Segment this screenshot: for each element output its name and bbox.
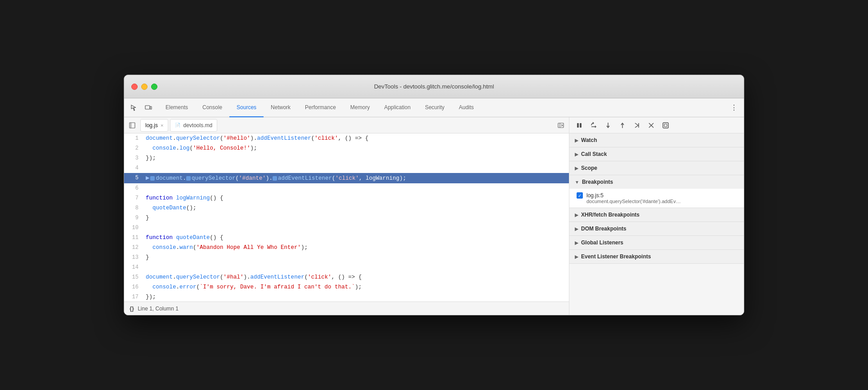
- code-line-3: 3 });: [124, 153, 569, 163]
- watch-section: ▶ Watch: [569, 133, 744, 147]
- left-panel: log.js × 📄 devtools.md: [124, 117, 569, 315]
- breakpoints-section: ▼ Breakpoints log.js:5 document.querySel…: [569, 175, 744, 208]
- tab-application[interactable]: Application: [377, 98, 418, 117]
- xhr-fetch-section: ▶ XHR/fetch Breakpoints: [569, 208, 744, 222]
- minimize-button[interactable]: [141, 84, 148, 90]
- call-stack-section: ▶ Call Stack: [569, 147, 744, 161]
- code-line-17: 17 });: [124, 292, 569, 301]
- global-listeners-section-header[interactable]: ▶ Global Listeners: [569, 236, 744, 249]
- continue-button[interactable]: [631, 119, 643, 132]
- traffic-lights: [131, 84, 157, 90]
- code-line-9: 9 }: [124, 213, 569, 223]
- tab-elements[interactable]: Elements: [158, 98, 195, 117]
- debug-toolbar: [569, 117, 744, 133]
- scope-section-header[interactable]: ▶ Scope: [569, 161, 744, 175]
- pretty-print-icon[interactable]: {}: [130, 305, 134, 312]
- dom-breakpoints-section-header[interactable]: ▶ DOM Breakpoints: [569, 222, 744, 235]
- tab-console[interactable]: Console: [195, 98, 229, 117]
- tab-performance[interactable]: Performance: [298, 98, 343, 117]
- file-tab-log-js[interactable]: log.js ×: [140, 119, 168, 132]
- right-panel: ▶ Watch ▶ Call Stack ▶ Scope: [569, 117, 744, 315]
- svg-rect-2: [130, 123, 135, 128]
- code-line-2: 2 console.log('Hello, Console!');: [124, 143, 569, 153]
- sidebar-toggle-icon[interactable]: [126, 119, 139, 132]
- svg-rect-0: [145, 106, 150, 109]
- titlebar: DevTools - devtools.glitch.me/console/lo…: [124, 75, 744, 98]
- event-listener-breakpoints-section: ▶ Event Listener Breakpoints: [569, 250, 744, 264]
- svg-rect-6: [577, 123, 579, 128]
- device-toolbar-icon[interactable]: [142, 102, 155, 114]
- pause-on-exceptions-button[interactable]: [659, 119, 672, 132]
- tab-network[interactable]: Network: [264, 98, 298, 117]
- svg-rect-15: [664, 124, 667, 127]
- tab-memory[interactable]: Memory: [343, 98, 377, 117]
- more-options-icon[interactable]: ⋮: [728, 102, 740, 114]
- status-bar: {} Line 1, Column 1: [124, 301, 569, 315]
- tab-security[interactable]: Security: [418, 98, 452, 117]
- step-out-button[interactable]: [616, 119, 629, 132]
- code-line-4: 4: [124, 163, 569, 173]
- code-line-10: 10: [124, 223, 569, 233]
- step-over-button[interactable]: [587, 119, 600, 132]
- code-line-16: 16 console.error(`I'm sorry, Dave. I'm a…: [124, 282, 569, 292]
- code-line-15: 15 document.querySelector('#hal').addEve…: [124, 272, 569, 282]
- file-tabs: log.js × 📄 devtools.md: [124, 117, 569, 133]
- code-line-12: 12 console.warn('Abandon Hope All Ye Who…: [124, 243, 569, 253]
- window-title: DevTools - devtools.glitch.me/console/lo…: [131, 83, 737, 90]
- code-line-8: 8 quoteDante();: [124, 203, 569, 213]
- tab-audits[interactable]: Audits: [452, 98, 481, 117]
- deactivate-breakpoints-button[interactable]: [645, 119, 658, 132]
- global-listeners-chevron: ▶: [575, 240, 578, 245]
- cursor-position: Line 1, Column 1: [138, 306, 179, 312]
- file-tab-name-md: devtools.md: [183, 122, 212, 129]
- code-line-1: 1 document.querySelector('#hello').addEv…: [124, 133, 569, 143]
- breakpoint-item-1: log.js:5 document.querySelector('#dante'…: [569, 191, 744, 206]
- code-line-11: 11 function quoteDante() {: [124, 233, 569, 243]
- step-into-button[interactable]: [602, 119, 614, 132]
- code-line-13: 13 }: [124, 253, 569, 262]
- dom-breakpoints-label: DOM Breakpoints: [581, 226, 626, 232]
- code-line-6: 6: [124, 183, 569, 193]
- preview-icon[interactable]: [555, 119, 567, 132]
- file-tab-name: log.js: [145, 122, 158, 129]
- xhr-fetch-section-header[interactable]: ▶ XHR/fetch Breakpoints: [569, 208, 744, 222]
- watch-label: Watch: [581, 137, 597, 143]
- breakpoint-checkbox[interactable]: [577, 192, 583, 199]
- call-stack-section-header[interactable]: ▶ Call Stack: [569, 147, 744, 161]
- scope-section: ▶ Scope: [569, 161, 744, 175]
- breakpoint-code: document.querySelector('#dante').addEv…: [577, 199, 737, 204]
- event-listener-breakpoints-chevron: ▶: [575, 254, 578, 259]
- code-line-5: 5 ▶document.querySelector('#dante').addE…: [124, 173, 569, 183]
- global-listeners-section: ▶ Global Listeners: [569, 236, 744, 250]
- inspect-element-icon[interactable]: [128, 102, 140, 114]
- pause-resume-button[interactable]: [573, 119, 586, 132]
- xhr-fetch-label: XHR/fetch Breakpoints: [581, 212, 640, 218]
- breakpoints-label: Breakpoints: [582, 179, 613, 185]
- tab-bar: Elements Console Sources Network Perform…: [124, 98, 744, 117]
- global-listeners-label: Global Listeners: [581, 239, 623, 246]
- tabbar-icons: [128, 102, 155, 114]
- breakpoints-section-header[interactable]: ▼ Breakpoints: [569, 175, 744, 189]
- devtools-window: DevTools - devtools.glitch.me/console/lo…: [124, 75, 744, 315]
- right-sections: ▶ Watch ▶ Call Stack ▶ Scope: [569, 133, 744, 315]
- dom-breakpoints-chevron: ▶: [575, 226, 578, 231]
- svg-rect-14: [663, 123, 668, 128]
- file-tab-devtools-md[interactable]: 📄 devtools.md: [170, 119, 217, 132]
- breakpoint-file: log.js:5: [586, 192, 604, 199]
- close-button[interactable]: [131, 84, 138, 90]
- file-tabs-end: [555, 119, 567, 132]
- event-listener-breakpoints-label: Event Listener Breakpoints: [581, 253, 651, 260]
- code-line-14: 14: [124, 262, 569, 272]
- breakpoint-label: log.js:5: [577, 192, 737, 199]
- file-icon: 📄: [175, 123, 180, 128]
- tabbar-end: ⋮: [728, 102, 740, 114]
- event-listener-breakpoints-section-header[interactable]: ▶ Event Listener Breakpoints: [569, 250, 744, 263]
- watch-section-header[interactable]: ▶ Watch: [569, 133, 744, 147]
- tab-sources[interactable]: Sources: [229, 98, 264, 117]
- xhr-fetch-chevron: ▶: [575, 213, 578, 217]
- dom-breakpoints-section: ▶ DOM Breakpoints: [569, 222, 744, 236]
- call-stack-label: Call Stack: [581, 151, 607, 157]
- file-tab-close-log-js[interactable]: ×: [161, 123, 163, 128]
- maximize-button[interactable]: [151, 84, 157, 90]
- code-editor[interactable]: 1 document.querySelector('#hello').addEv…: [124, 133, 569, 301]
